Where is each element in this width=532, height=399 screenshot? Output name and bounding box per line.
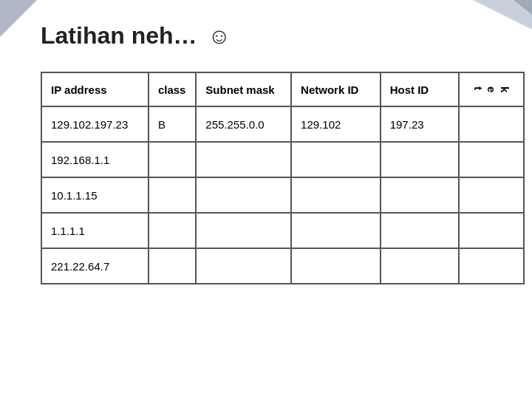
cell-network_id-row-4 <box>291 248 381 284</box>
table-header-row: IP address class Subnet mask Network ID … <box>41 72 524 106</box>
cell-host_id-row-2 <box>381 177 459 213</box>
table-row: 1.1.1.1 <box>41 213 524 248</box>
cell-host_id-row-4 <box>381 248 459 284</box>
table-row: 10.1.1.15 <box>41 177 524 213</box>
header-subnet-mask: Subnet mask <box>196 72 291 106</box>
cell-ket-row-1 <box>459 142 524 177</box>
header-ket: ket <box>459 72 524 106</box>
cell-subnet_mask-row-4 <box>196 248 291 284</box>
table-row: 221.22.64.7 <box>41 248 524 284</box>
title-text: Latihan neh… <box>41 22 197 49</box>
header-class: class <box>149 72 196 106</box>
cell-network_id-row-2 <box>291 177 381 213</box>
table-row: 192.168.1.1 <box>41 142 524 177</box>
header-ip-address: IP address <box>41 72 149 106</box>
page-title: Latihan neh… ☺ <box>41 22 525 50</box>
cell-class-row-2 <box>149 177 196 213</box>
table-row: 129.102.197.23B255.255.0.0129.102197.23 <box>41 106 524 142</box>
cell-ip_address-row-2: 10.1.1.15 <box>41 177 149 213</box>
main-content: Latihan neh… ☺ IP address class Subnet m… <box>41 15 525 392</box>
cell-class-row-3 <box>149 213 196 248</box>
cell-host_id-row-3 <box>381 213 459 248</box>
header-network-id: Network ID <box>291 72 381 106</box>
cell-class-row-4 <box>149 248 196 284</box>
header-host-id: Host ID <box>381 72 459 106</box>
cell-ip_address-row-1: 192.168.1.1 <box>41 142 149 177</box>
table-body: 129.102.197.23B255.255.0.0129.102197.231… <box>41 106 524 284</box>
cell-network_id-row-3 <box>291 213 381 248</box>
cell-ket-row-4 <box>459 248 524 284</box>
cell-ket-row-3 <box>459 213 524 248</box>
cell-subnet_mask-row-0: 255.255.0.0 <box>196 106 291 142</box>
cell-ket-row-2 <box>459 177 524 213</box>
cell-host_id-row-0: 197.23 <box>381 106 459 142</box>
cell-class-row-1 <box>149 142 196 177</box>
cell-subnet_mask-row-3 <box>196 213 291 248</box>
cell-class-row-0: B <box>149 106 196 142</box>
cell-network_id-row-0: 129.102 <box>291 106 381 142</box>
corner-decoration-top-left <box>0 0 37 37</box>
cell-ip_address-row-3: 1.1.1.1 <box>41 213 149 248</box>
cell-ip_address-row-0: 129.102.197.23 <box>41 106 149 142</box>
cell-subnet_mask-row-2 <box>196 177 291 213</box>
cell-ket-row-0 <box>459 106 524 142</box>
cell-network_id-row-1 <box>291 142 381 177</box>
ket-header-text: ket <box>468 81 514 98</box>
cell-subnet_mask-row-1 <box>196 142 291 177</box>
smiley-icon: ☺ <box>208 24 231 48</box>
cell-ip_address-row-4: 221.22.64.7 <box>41 248 149 284</box>
data-table: IP address class Subnet mask Network ID … <box>41 72 525 284</box>
table-container: IP address class Subnet mask Network ID … <box>41 72 525 284</box>
cell-host_id-row-1 <box>381 142 459 177</box>
